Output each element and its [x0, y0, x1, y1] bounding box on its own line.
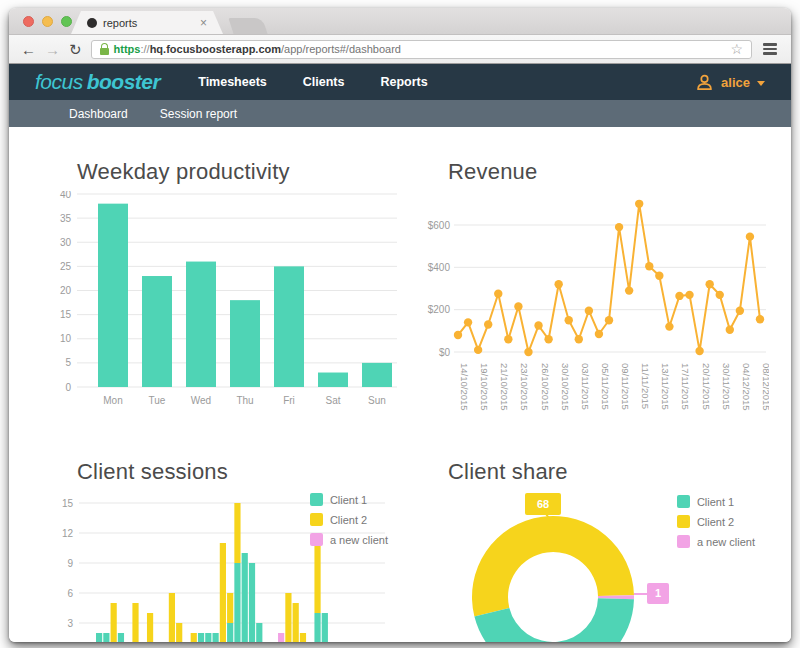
url-text: https://hq.focusboosterapp.com/app/repor…	[114, 43, 401, 55]
svg-text:26/10/2015: 26/10/2015	[540, 363, 551, 411]
svg-text:3: 3	[67, 618, 73, 629]
legend-item: Client 2	[677, 515, 755, 528]
legend-label: Client 2	[330, 514, 367, 526]
subnav-session-report[interactable]: Session report	[160, 107, 237, 121]
svg-text:21/10/2015: 21/10/2015	[499, 363, 510, 411]
legend-swatch-client-1	[677, 495, 690, 508]
app-header: focusbooster Timesheets Clients Reports …	[9, 64, 791, 100]
zoom-window-button[interactable]	[61, 16, 72, 27]
legend-swatch-client-1	[310, 493, 323, 506]
legend-item: Client 1	[310, 493, 388, 506]
tab-favicon	[87, 18, 97, 28]
svg-text:10: 10	[60, 333, 72, 344]
subnav-dashboard[interactable]: Dashboard	[69, 107, 128, 121]
weekday-productivity-bar-chart: 0510152025303540MonTueWedThuFriSatSun	[53, 191, 398, 443]
svg-text:40: 40	[60, 191, 72, 200]
svg-text:08/12/2015: 08/12/2015	[761, 363, 769, 411]
revenue-line-chart: $0$200$400$60014/10/201519/10/201521/10/…	[424, 191, 769, 443]
tab-title: reports	[103, 17, 137, 29]
client-share-legend: Client 1 Client 2 a new client	[677, 495, 755, 548]
user-icon	[695, 73, 714, 92]
svg-text:25: 25	[60, 261, 72, 272]
legend-swatch-new-client	[677, 535, 690, 548]
svg-text:20: 20	[60, 285, 72, 296]
nav-reports[interactable]: Reports	[380, 75, 427, 89]
back-button[interactable]: ←	[21, 42, 36, 57]
user-menu[interactable]: alice	[695, 73, 765, 92]
browser-tab-reports[interactable]: reports ×	[71, 11, 223, 34]
legend-swatch-new-client	[310, 533, 323, 546]
svg-text:14/10/2015: 14/10/2015	[459, 363, 470, 411]
svg-text:$400: $400	[428, 262, 451, 273]
legend-item: Client 2	[310, 513, 388, 526]
legend-item: Client 1	[677, 495, 755, 508]
legend-swatch-client-2	[677, 515, 690, 528]
client-sessions-legend: Client 1 Client 2 a new client	[310, 493, 388, 546]
address-bar[interactable]: https://hq.focusboosterapp.com/app/repor…	[91, 40, 752, 59]
focus-booster-logo: focusbooster	[35, 70, 160, 94]
forward-button[interactable]: →	[45, 42, 60, 57]
svg-text:68: 68	[537, 498, 549, 510]
revenue-panel: Revenue $0$200$400$60014/10/201519/10/20…	[424, 143, 769, 443]
chart-title-revenue: Revenue	[448, 159, 769, 185]
minimize-window-button[interactable]	[42, 16, 53, 27]
main-nav: Timesheets Clients Reports	[198, 75, 427, 89]
sub-nav: Dashboard Session report	[9, 100, 791, 127]
svg-text:9: 9	[67, 558, 73, 569]
svg-text:Wed: Wed	[191, 395, 211, 406]
new-tab-button[interactable]	[228, 18, 267, 34]
svg-text:11/11/2015: 11/11/2015	[640, 363, 651, 409]
svg-text:35: 35	[60, 213, 72, 224]
svg-text:03/11/2015: 03/11/2015	[580, 363, 591, 410]
svg-text:Mon: Mon	[103, 395, 122, 406]
nav-timesheets[interactable]: Timesheets	[198, 75, 267, 89]
bookmark-star-icon[interactable]: ☆	[730, 41, 743, 57]
tab-close-icon[interactable]: ×	[200, 17, 207, 29]
legend-label: Client 2	[697, 516, 734, 528]
svg-text:1: 1	[655, 587, 661, 599]
svg-text:Thu: Thu	[236, 395, 253, 406]
client-share-panel: Client share 681 Client 1 Client 2 a new…	[424, 443, 769, 642]
svg-text:15: 15	[60, 309, 72, 320]
legend-swatch-client-2	[310, 513, 323, 526]
reload-button[interactable]: ↻	[69, 42, 82, 57]
svg-text:Fri: Fri	[283, 395, 295, 406]
svg-text:$600: $600	[428, 220, 451, 231]
svg-text:12: 12	[62, 528, 74, 539]
browser-menu-icon[interactable]	[761, 41, 779, 57]
svg-text:$0: $0	[439, 347, 451, 358]
svg-text:30: 30	[60, 237, 72, 248]
weekday-productivity-panel: Weekday productivity 0510152025303540Mon…	[53, 143, 398, 443]
svg-text:13/11/2015: 13/11/2015	[660, 363, 671, 410]
svg-text:09/11/2015: 09/11/2015	[620, 363, 631, 410]
svg-text:23/10/2015: 23/10/2015	[519, 363, 530, 411]
svg-text:6: 6	[67, 588, 73, 599]
svg-text:5: 5	[65, 357, 71, 368]
nav-clients[interactable]: Clients	[303, 75, 345, 89]
window-controls	[23, 16, 72, 27]
chart-title-client-share: Client share	[448, 459, 769, 485]
svg-text:Tue: Tue	[149, 395, 166, 406]
svg-text:19/10/2015: 19/10/2015	[479, 363, 490, 411]
browser-tab-strip: reports ×	[9, 8, 791, 35]
ssl-lock-icon	[100, 48, 109, 55]
svg-text:15: 15	[62, 498, 74, 509]
svg-text:0: 0	[65, 382, 71, 393]
client-sessions-panel: Client sessions 3691215 Client 1 Client …	[53, 443, 398, 642]
chevron-down-icon	[757, 81, 765, 86]
browser-toolbar: ← → ↻ https://hq.focusboosterapp.com/app…	[9, 35, 791, 64]
svg-text:05/11/2015: 05/11/2015	[600, 363, 611, 410]
close-window-button[interactable]	[23, 16, 34, 27]
svg-text:Sun: Sun	[368, 395, 386, 406]
chart-title-client-sessions: Client sessions	[77, 459, 398, 485]
svg-text:17/11/2015: 17/11/2015	[680, 363, 691, 410]
legend-label: a new client	[697, 536, 755, 548]
svg-text:Sat: Sat	[325, 395, 340, 406]
svg-text:30/10/2015: 30/10/2015	[560, 363, 571, 411]
user-name: alice	[721, 75, 750, 90]
browser-window: reports × ← → ↻ https://hq.focusboostera…	[9, 8, 791, 642]
legend-item: a new client	[310, 533, 388, 546]
legend-item: a new client	[677, 535, 755, 548]
svg-text:04/12/2015: 04/12/2015	[741, 363, 752, 411]
chart-title-weekday-productivity: Weekday productivity	[77, 159, 398, 185]
